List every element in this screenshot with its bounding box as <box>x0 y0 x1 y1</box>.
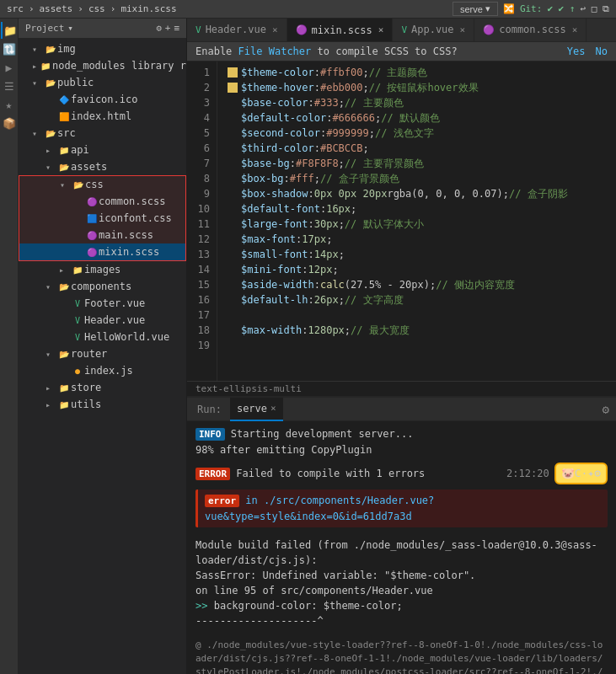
code-line-1: $theme-color: #ffbf00; // 主题颜色 <box>228 65 616 80</box>
error-text: Failed to compile with 1 errors <box>236 468 425 479</box>
scss-icon-mixin: 🟣 <box>85 248 99 257</box>
breadcrumb-css: css <box>88 3 105 14</box>
folder-icon-public: 📂 <box>44 78 57 88</box>
tree-item-iconfont-css[interactable]: ▸ 🟦 iconfont.css <box>19 210 185 227</box>
vue-icon-footer: V <box>71 299 84 308</box>
error-badge: ERROR <box>196 468 230 480</box>
folder-icon-api: 📁 <box>57 146 71 155</box>
code-line-5: $second-color: #999999; // 浅色文字 <box>228 126 616 141</box>
arrow-css: ▾ <box>60 180 70 190</box>
arrow-router: ▾ <box>46 350 56 359</box>
tree-item-assets[interactable]: ▾ 📂 assets <box>19 158 186 175</box>
css-folder-group: ▾ 📂 css ▸ 🟣 common.scss ▸ 🟦 iconfont.cs <box>19 175 186 261</box>
arrow-store: ▸ <box>46 383 56 393</box>
main-outer-layout: 📁 🔃 ▶ ☰ ★ 📦 Project ▾ ⚙ + ≡ ▾ 📂 img <box>0 19 616 674</box>
tab-mixin-scss[interactable]: 🟣 mixin.scss × <box>287 19 394 41</box>
vue-icon-header: V <box>71 316 84 325</box>
arrow-components: ▾ <box>46 282 56 292</box>
arrow-line-text: background-color: $theme-color; <box>214 600 403 612</box>
tree-item-main-scss[interactable]: ▸ 🟣 main.scss <box>19 227 185 243</box>
code-line-7: $base-bg: #F8F8F8; // 主要背景颜色 <box>228 156 616 171</box>
tree-item-mixin-scss[interactable]: ▸ 🟣 mixin.scss <box>19 243 185 260</box>
folder-icon-store: 📁 <box>57 383 71 393</box>
breadcrumb-assets: assets <box>40 3 73 14</box>
module-build-line: Module build failed (from ./node_modules… <box>196 538 608 568</box>
activity-npm[interactable]: 📦 <box>1 115 18 131</box>
folder-icon-img: 📂 <box>44 45 57 54</box>
terminal-percent-line: 98% after emitting CopyPlugin <box>196 442 608 457</box>
tree-item-img[interactable]: ▾ 📂 img <box>19 40 186 57</box>
arrow-img: ▾ <box>32 45 42 54</box>
code-line-11: $large-font: 30px; // 默认字体大小 <box>228 217 616 232</box>
on-line-text: on line 95 of src/components/Header.vue <box>196 585 433 596</box>
tree-item-router[interactable]: ▾ 📂 router <box>19 345 186 362</box>
folder-icon-components: 📂 <box>57 282 71 292</box>
tree-item-css[interactable]: ▾ 📂 css <box>19 176 185 193</box>
tab-header-vue[interactable]: V Header.vue × <box>187 19 287 41</box>
activity-favorites[interactable]: ★ <box>1 96 18 113</box>
arrow-src: ▾ <box>32 129 42 138</box>
activity-run[interactable]: ▶ <box>1 59 18 76</box>
folder-icon-node-modules: 📁 <box>39 62 52 71</box>
marker-1 <box>228 67 238 78</box>
module-build-block: Module build failed (from ./node_modules… <box>196 534 608 632</box>
tree-item-images[interactable]: ▸ 📁 images <box>19 261 186 278</box>
tree-item-footer-vue[interactable]: ▸ V Footer.vue <box>19 295 186 312</box>
serve-tab-label: serve <box>237 403 267 415</box>
no-button[interactable]: No <box>596 45 608 57</box>
html-icon-index: 🟧 <box>57 112 71 121</box>
code-line-15: $aside-width: calc(27.5% - 20px); // 侧边内… <box>228 277 616 292</box>
activity-structure[interactable]: ☰ <box>1 78 18 94</box>
code-lines: $theme-color: #ffbf00; // 主题颜色 $theme-ho… <box>217 62 616 381</box>
tab-app-vue[interactable]: V App.vue × <box>393 19 474 41</box>
css-icon-iconfont: 🟦 <box>85 214 99 223</box>
code-line-4: $default-color: #666666; // 默认颜色 <box>228 110 616 126</box>
arrow-public: ▾ <box>32 78 42 88</box>
percent-text: 98% after emitting CopyPlugin <box>196 444 372 456</box>
terminal-gear-icon[interactable]: ⚙ <box>603 403 609 416</box>
close-serve-tab[interactable]: × <box>271 403 276 414</box>
tree-item-utils[interactable]: ▸ 📁 utils <box>19 396 186 413</box>
notification-actions: Yes No <box>567 45 608 57</box>
tab-common-scss[interactable]: 🟣 common.scss × <box>474 19 587 41</box>
error-inline-path: in ./src/components/Header.vue?vue&type=… <box>205 495 434 522</box>
breadcrumb-file: mixin.scss <box>121 3 176 14</box>
tree-item-helloworld-vue[interactable]: ▸ V HelloWorld.vue <box>19 329 186 345</box>
git-status: Git: <box>520 3 543 14</box>
activity-commit[interactable]: 🔃 <box>1 40 18 57</box>
folder-icon-assets: 📂 <box>57 163 71 172</box>
editor-footer-text: text-ellipsis-multi <box>196 383 302 394</box>
sass-error-line: SassError: Undefined variable: "$theme-c… <box>196 568 608 583</box>
code-line-6: $third-color: #BCBCCB; <box>228 141 616 156</box>
module-build-text: Module build failed (from ./node_modules… <box>196 539 597 566</box>
tree-item-src[interactable]: ▾ 📂 src <box>19 125 186 142</box>
arrow-api: ▸ <box>46 146 56 155</box>
tree-item-node-modules[interactable]: ▸ 📁 node_modules library root <box>19 57 186 74</box>
tree-item-api[interactable]: ▸ 📁 api <box>19 142 186 158</box>
tree-item-components[interactable]: ▾ 📂 components <box>19 278 186 295</box>
run-label: Run: <box>194 404 225 415</box>
on-line: on line 95 of src/components/Header.vue <box>196 583 608 598</box>
folder-icon-images: 📁 <box>71 265 84 275</box>
tree-item-store[interactable]: ▸ 📁 store <box>19 379 186 396</box>
file-tree: ▾ 📂 img ▸ 📁 node_modules library root ▾ … <box>19 39 186 674</box>
tree-item-public[interactable]: ▾ 📂 public <box>19 74 186 91</box>
tree-item-index-html[interactable]: ▸ 🟧 index.html <box>19 108 186 125</box>
editor-area: 12345 678910 1112131415 16171819 $theme-… <box>187 62 616 396</box>
terminal-tab-serve[interactable]: serve × <box>230 398 283 421</box>
tree-item-common-scss[interactable]: ▸ 🟣 common.scss <box>19 193 185 210</box>
peppa-pig-badge: 🐷C·✦⚙ <box>554 463 608 484</box>
ico-icon-favicon: 🔷 <box>57 95 71 104</box>
activity-explorer[interactable]: 📁 <box>1 22 18 39</box>
yes-button[interactable]: Yes <box>567 45 586 57</box>
tree-item-header-vue[interactable]: ▸ V Header.vue <box>19 312 186 329</box>
serve-button[interactable]: serve ▾ <box>453 2 498 16</box>
tree-item-favicon[interactable]: ▸ 🔷 favicon.ico <box>19 91 186 108</box>
code-line-12: $max-font: 17px; <box>228 232 616 247</box>
starting-text: Starting development server... <box>231 428 414 440</box>
code-editor[interactable]: 12345 678910 1112131415 16171819 $theme-… <box>187 62 616 381</box>
folder-icon-router: 📂 <box>57 350 71 359</box>
serve-label: serve <box>460 4 483 14</box>
tree-item-index-js[interactable]: ▸ ● index.js <box>19 362 186 379</box>
code-line-3: $base-color: #333; // 主要颜色 <box>228 95 616 110</box>
